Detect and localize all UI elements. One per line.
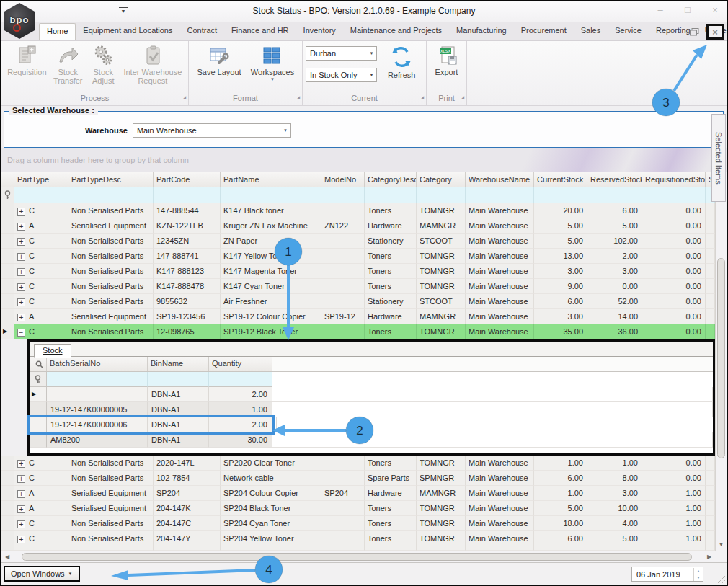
filter-cell[interactable] (47, 372, 148, 387)
expand-toggle[interactable]: + (17, 208, 25, 216)
inter-warehouse-request-button[interactable]: Inter Warehouse Request (120, 43, 185, 85)
mdi-restore-icon[interactable] (690, 28, 699, 36)
ribbon-tab[interactable]: Manufacturing (449, 23, 514, 40)
date-spinner[interactable]: ▲▼ (693, 568, 703, 581)
filter-cell[interactable] (365, 187, 417, 203)
detail-row[interactable]: AM8200 DBN-A1 30.00 (30, 432, 713, 448)
table-row[interactable]: +A Serialised Equipment SP19-123456 SP19… (1, 309, 715, 324)
detail-row[interactable]: 19-12-147K00000005 DBN-A1 1.00 (30, 402, 713, 417)
filter-cell[interactable] (209, 372, 272, 387)
expand-toggle[interactable]: + (17, 253, 25, 261)
filter-cell[interactable] (68, 187, 154, 203)
table-row[interactable]: +C Non Serialised Parts 204-147Y SP204 Y… (1, 531, 715, 546)
header-requisitionedstock[interactable]: RequisitionedStock (642, 172, 706, 187)
table-row[interactable]: +C Non Serialised Parts 2020-147L SP2020… (1, 456, 715, 471)
header-category[interactable]: Category (417, 172, 466, 187)
ribbon-tab[interactable]: Inventory (296, 23, 343, 40)
table-row[interactable]: +C Non Serialised Parts 204-147C SP204 C… (1, 516, 715, 531)
header-reservedstock[interactable]: ReservedStock (587, 172, 642, 187)
horizontal-scrollbar[interactable]: ◀ ▶ (1, 551, 727, 562)
group-by-band[interactable]: Drag a column header here to group by th… (1, 148, 727, 172)
expand-toggle[interactable]: + (17, 536, 25, 543)
scroll-left-icon[interactable]: ◀ (1, 554, 13, 560)
ribbon-tab[interactable]: Procurement (514, 23, 574, 40)
print-dialog-launcher-icon[interactable]: ◢ (461, 92, 464, 103)
format-dialog-launcher-icon[interactable]: ◢ (296, 92, 300, 103)
process-dialog-launcher-icon[interactable]: ◢ (182, 92, 186, 103)
expand-toggle[interactable]: + (17, 238, 25, 246)
vertical-scrollbar[interactable]: ▲ ▼ (715, 172, 727, 551)
save-layout-button[interactable]: Save Layout (192, 43, 247, 76)
scroll-right-icon[interactable]: ▶ (703, 554, 715, 560)
header-parttypedesc[interactable]: PartTypeDesc (68, 172, 154, 187)
header-partcode[interactable]: PartCode (154, 172, 221, 187)
selected-items-side-tab[interactable]: Selected Items (711, 114, 726, 202)
requisition-button[interactable]: Requisition (4, 43, 50, 76)
detail-header-batchserialno[interactable]: BatchSerialNo (47, 357, 148, 371)
quick-access-toggle-icon[interactable]: ▼ (119, 7, 128, 14)
refresh-button[interactable]: Refresh (380, 43, 423, 79)
expand-toggle[interactable]: + (17, 223, 25, 231)
resize-grip[interactable] (716, 574, 725, 583)
horizontal-scrollbar-track[interactable] (13, 551, 703, 563)
detail-search-icon[interactable] (30, 357, 47, 371)
table-row[interactable]: ▶ −C Non Serialised Parts 12-098765 SP19… (1, 324, 715, 339)
date-field[interactable]: 06 Jan 2019 ▲▼ (631, 567, 703, 582)
mdi-minimize-button[interactable]: — (674, 27, 683, 37)
table-row[interactable]: +A Serialised Equipment KZN-122TFB Kruge… (1, 218, 715, 234)
filter-cell[interactable] (14, 187, 68, 203)
header-parttype[interactable]: PartType (14, 172, 68, 187)
spin-down-icon[interactable]: ▼ (694, 574, 703, 581)
ribbon-tab[interactable]: Maintenance and Projects (343, 23, 449, 40)
filter-cell[interactable] (642, 187, 706, 203)
expand-toggle[interactable]: + (17, 460, 25, 468)
filter-cell[interactable] (587, 187, 642, 203)
ribbon-tab[interactable]: Contract (180, 23, 225, 40)
maximize-button[interactable]: □ (682, 4, 693, 15)
ribbon-tab[interactable]: Finance and HR (224, 23, 296, 40)
scroll-down-icon[interactable]: ▼ (716, 539, 727, 551)
header-modelno[interactable]: ModelNo (321, 172, 365, 187)
warehouse-combo[interactable]: Main Warehouse ▼ (133, 123, 291, 138)
table-row[interactable]: +C Non Serialised Parts 147-888544 K147 … (1, 203, 715, 218)
table-row[interactable]: +C Non Serialised Parts 147-888741 K147 … (1, 249, 715, 264)
filter-cell[interactable] (221, 187, 321, 203)
filter-cell[interactable] (534, 187, 587, 203)
expand-toggle[interactable]: + (17, 268, 25, 276)
detail-header-quantity[interactable]: Quantity (209, 357, 272, 371)
vertical-scrollbar-thumb[interactable] (717, 258, 725, 458)
expand-toggle[interactable]: + (17, 490, 25, 498)
expand-toggle[interactable]: + (17, 475, 25, 483)
expand-toggle[interactable]: + (17, 314, 25, 321)
close-button[interactable]: × (709, 4, 721, 15)
expand-toggle[interactable]: + (17, 520, 25, 528)
stock-transfer-button[interactable]: Stock Transfer (50, 43, 86, 85)
filter-cell[interactable] (321, 187, 365, 203)
detail-row[interactable]: ▶ DBN-A1 2.00 (30, 387, 713, 402)
current-dialog-launcher-icon[interactable]: ◢ (420, 92, 424, 103)
expand-toggle[interactable]: + (17, 505, 25, 513)
filter-cell[interactable] (148, 372, 209, 387)
stock-filter-combo[interactable]: In Stock Only ▼ (306, 68, 377, 82)
table-row[interactable]: +C Non Serialised Parts 12345ZN ZN Paper… (1, 234, 715, 249)
expand-toggle[interactable]: − (17, 329, 25, 337)
ribbon-tab[interactable]: Service (608, 23, 649, 40)
table-row[interactable]: +A Serialised Equipment SP204 SP204 Colo… (1, 486, 715, 501)
workspaces-button[interactable]: Workspaces ▼ (247, 43, 298, 81)
table-row[interactable]: +C Non Serialised Parts K147-888478 K147… (1, 279, 715, 294)
spin-up-icon[interactable]: ▲ (694, 568, 703, 574)
detail-row[interactable]: 19-12-147K00000006 DBN-A1 2.00 (30, 417, 272, 432)
filter-cell[interactable] (417, 187, 466, 203)
export-button[interactable]: XLSX Export (430, 43, 463, 76)
table-row[interactable]: +A Serialised Equipment 204-147K SP204 B… (1, 501, 715, 516)
table-row[interactable]: +C Non Serialised Parts 102-7854 Network… (1, 471, 715, 486)
table-row[interactable]: +C Non Serialised Parts K147-888123 K147… (1, 264, 715, 279)
header-currentstock[interactable]: CurrentStock (534, 172, 587, 187)
ribbon-tab[interactable]: Equipment and Locations (76, 23, 179, 40)
minimize-button[interactable]: – (654, 4, 666, 15)
detail-header-binname[interactable]: BinName (148, 357, 209, 371)
header-categorydesc[interactable]: CategoryDesc (365, 172, 417, 187)
horizontal-scrollbar-thumb[interactable] (22, 553, 692, 561)
expand-toggle[interactable]: + (17, 283, 25, 291)
ribbon-tab[interactable]: Sales (574, 23, 608, 40)
